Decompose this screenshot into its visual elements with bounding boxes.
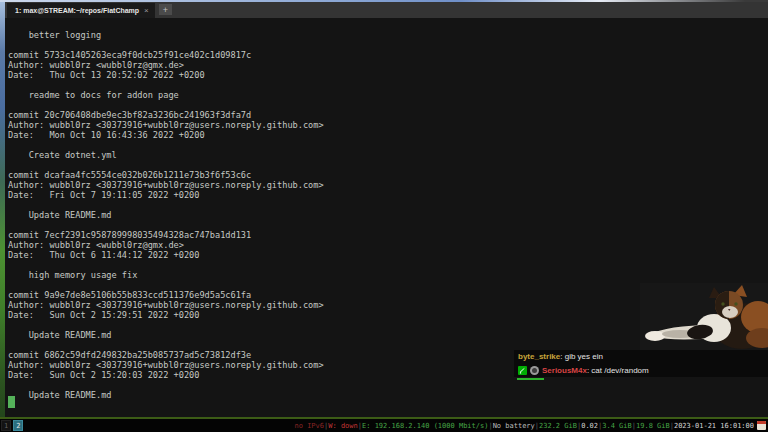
status-segment: 2023-01-21 16:01:00 [674,422,754,430]
terminal-line: Author: wubbl0rz <30373916+wubbl0rz@user… [8,120,768,130]
status-bar: 12 no IPv6|W: down|E: 192.168.2.140 (100… [0,419,768,432]
terminal-line: commit dcafaa4fc5554ce032b026b1211e73b3f… [8,170,768,180]
chat-username: SeriousM4x [542,366,587,375]
terminal-line [8,40,768,50]
close-icon[interactable]: × [144,6,149,15]
status-segment: no IPv6 [295,422,325,430]
status-segment: 0.02 [581,422,598,430]
terminal-line [8,80,768,90]
chat-timeout-progress [517,378,544,380]
chat-overlay: byte_strike: gib yes einSeriousM4x: cat … [514,350,768,377]
terminal-line: Author: wubbl0rz <wubbl0rz@gmx.de> [8,240,768,250]
workspace-switcher: 12 [0,420,24,431]
terminal-line: Update README.md [8,210,768,220]
status-segment: 19.8 GiB [636,422,670,430]
terminal-line: Update README.md [8,390,768,400]
status-segment: W: down [328,422,358,430]
status-segment: 232.2 GiB [539,422,577,430]
terminal-line: Date: Mon Oct 10 16:43:36 2022 +0200 [8,130,768,140]
cat-image [640,283,768,350]
terminal-tab-title: 1: max@STREAM:~/repos/FiatChamp [15,7,139,14]
terminal-line: better logging [8,30,768,40]
terminal-tab[interactable]: 1: max@STREAM:~/repos/FiatChamp × [7,3,155,18]
terminal-cursor [8,396,15,408]
webcam-overlay [640,283,768,350]
terminal-line: Date: Fri Oct 7 19:11:05 2022 +0200 [8,190,768,200]
terminal-line [8,100,768,110]
terminal-line: Author: wubbl0rz <30373916+wubbl0rz@user… [8,180,768,190]
system-stats: no IPv6|W: down|E: 192.168.2.140 (1000 M… [295,421,768,430]
terminal-line: Create dotnet.yml [8,150,768,160]
workspace-button-1[interactable]: 1 [1,420,11,431]
status-segment: E: 192.168.2.140 (1000 Mbit/s) [362,422,488,430]
chat-text: : gib yes ein [560,352,603,361]
terminal-line [8,220,768,230]
status-segment: 3.4 GiB [602,422,632,430]
chat-username: byte_strike [518,352,560,361]
terminal-line: commit 7ecf2391c958789998035494328ac747b… [8,230,768,240]
terminal-line: commit 20c706408dbe9ec3bf82a3236bc241963… [8,110,768,120]
moderator-badge-icon [518,366,527,375]
new-tab-button[interactable]: + [159,4,172,15]
terminal-tab-bar: 1: max@STREAM:~/repos/FiatChamp × + [5,2,768,18]
chat-message: byte_strike: gib yes ein [514,350,768,364]
terminal-line [8,160,768,170]
terminal-line [8,380,768,390]
chat-message: SeriousM4x: cat /dev/random [514,364,768,378]
terminal-line: readme to docs for addon page [8,90,768,100]
terminal-line [8,200,768,210]
calendar-icon [757,421,766,430]
terminal-line: high memory usage fix [8,270,768,280]
terminal-line [8,260,768,270]
gray-badge-icon [530,366,539,375]
terminal-line: Date: Thu Oct 6 11:44:12 2022 +0200 [8,250,768,260]
terminal-line [8,140,768,150]
workspace-button-2[interactable]: 2 [13,420,23,431]
chat-text: : cat /dev/random [587,366,649,375]
terminal-line: Author: wubbl0rz <wubbl0rz@gmx.de> [8,60,768,70]
terminal-line: commit 5733c1405263eca9f0dcb25f91ce402c1… [8,50,768,60]
status-segment: No battery [493,422,535,430]
terminal-line: Date: Thu Oct 13 20:52:02 2022 +0200 [8,70,768,80]
